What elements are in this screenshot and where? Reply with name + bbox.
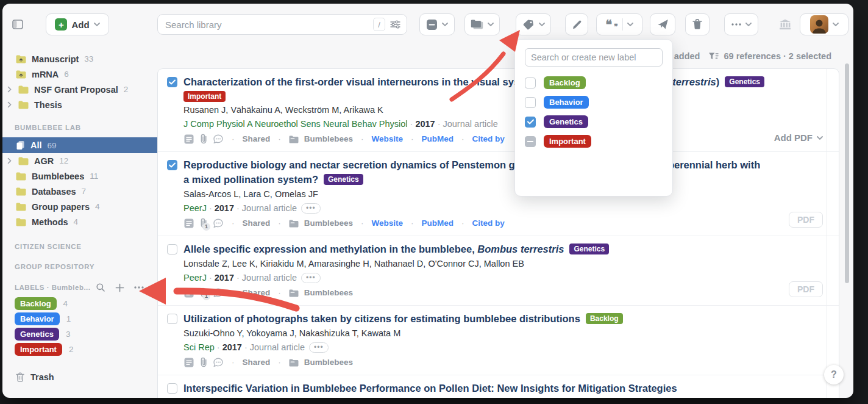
section-header-group-repository[interactable]: GROUP REPOSITORY [2,262,157,271]
label-badge[interactable]: Important [183,91,226,102]
label-chip[interactable]: Backlog [544,76,586,89]
paperclip-icon[interactable]: 1 [200,287,207,298]
popup-label-checkbox[interactable] [525,78,536,88]
sidebar-scrollbar[interactable] [845,63,849,283]
search-options-icon[interactable] [390,20,400,29]
chevron-right-icon[interactable] [5,101,13,108]
reference-title[interactable]: Utilization of photographs taken by citi… [183,311,766,326]
chevron-down-icon [94,23,100,26]
link-cited-by[interactable]: Cited by [472,217,505,230]
link-pubmed[interactable]: PubMed [422,132,454,146]
paperclip-icon[interactable] [200,357,207,368]
paperclip-icon[interactable] [200,134,207,145]
help-button[interactable]: ? [824,365,844,384]
reference-title[interactable]: Interspecific Variation in Bumblebee Per… [183,381,766,395]
section-header-lab: BUMBLEBEE LAB [2,123,157,132]
reference-title[interactable]: Characterization of the first-order visu… [183,74,766,89]
label-chip[interactable]: Genetics [15,328,59,341]
search-labels-icon[interactable] [91,283,110,292]
folder-name[interactable]: Bumblebees [304,217,353,230]
label-chip[interactable]: Genetics [544,115,588,128]
sidebar-item-nsf-grant-proposal[interactable]: NSF Grant Proposal2 [2,82,157,97]
label-chip[interactable]: Behavior [544,96,589,109]
label-chip[interactable]: Backlog [15,297,57,310]
journal-name[interactable]: J Comp Physiol A Neuroethol Sens Neural … [183,119,408,129]
delete-button[interactable] [685,13,710,35]
label-chip[interactable]: Behavior [15,312,60,325]
link-website[interactable]: Website [372,132,404,146]
label-chip[interactable]: Important [544,135,591,148]
pdf-button[interactable]: PDF [789,281,823,297]
sidebar-item-label: Manuscript [32,54,79,64]
sidebar-item-mrna[interactable]: mRNA6 [2,67,157,82]
section-header-citizen-science[interactable]: CITIZEN SCIENCE [2,242,157,251]
share-button[interactable] [650,13,675,35]
folder-name[interactable]: Bumblebees [304,286,353,300]
sidebar-item-agr[interactable]: AGR12 [2,153,157,168]
label-badge[interactable]: Backlog [586,313,623,324]
folder-name[interactable]: Bumblebees [304,132,353,146]
assign-label-button[interactable] [516,13,551,35]
cite-button[interactable]: ❝ ❞ [596,13,642,35]
folder-name[interactable]: Bumblebees [304,356,353,369]
sidebar-item-bumblebees[interactable]: Bumblebees11 [2,168,157,184]
reference-checkbox[interactable] [167,160,177,170]
move-to-folder-button[interactable] [464,13,500,35]
reference-authors: Lonsdale Z, Lee K, Kiriakidu M, Amarasin… [183,257,766,271]
label-count: 3 [66,330,71,339]
journal-name[interactable]: PeerJ [183,273,207,283]
reference-meta: 1·Shared·Bumblebees·Website·PubMed·Cited… [183,217,766,230]
reference-title[interactable]: Allele specific expression and methylati… [183,242,766,256]
search-input[interactable] [164,19,368,31]
reference-title[interactable]: Reproductive biology and nectar secretio… [183,157,766,187]
sidebar-item-methods[interactable]: Methods4 [2,214,157,229]
add-button[interactable]: + Add [46,13,109,35]
more-actions-button[interactable] [724,13,758,35]
label-badge[interactable]: Genetics [569,243,609,254]
more-options-button[interactable]: ••• [309,342,329,353]
link-cited-by[interactable]: Cited by [472,132,505,146]
label-chip[interactable]: Important [15,343,62,356]
label-popup: BacklogBehaviorGeneticsImportant [514,39,673,197]
popup-label-checkbox[interactable] [525,97,536,108]
chevron-right-icon[interactable] [5,157,13,164]
journal-name[interactable]: PeerJ [183,203,207,213]
paperclip-icon[interactable]: 1 [200,218,207,229]
reference-checkbox[interactable] [167,77,177,87]
labels-more-icon[interactable] [129,286,149,289]
sidebar-labels: Backlog4Behavior1Genetics3Important2 [2,297,157,356]
sidebar-item-label: NSF Grant Proposal [34,85,118,95]
popup-label-checkbox[interactable] [525,136,536,147]
link-website[interactable]: Website [372,217,404,230]
sidebar-item-group-papers[interactable]: Group papers4 [2,199,157,214]
select-references-button[interactable] [419,13,455,35]
sidebar-item-thesis[interactable]: Thesis [2,97,157,112]
reference-checkbox[interactable] [167,314,177,324]
more-options-button[interactable]: ••• [301,273,321,283]
sidebar-item-all[interactable]: All69 [2,137,157,153]
sidebar-item-manuscript[interactable]: Manuscript33 [2,51,157,67]
folder-icon [16,218,26,226]
reference-checkbox[interactable] [167,383,177,394]
account-menu-button[interactable] [800,13,848,35]
chevron-right-icon[interactable] [5,86,13,93]
pdf-button[interactable]: PDF [789,212,823,228]
popup-label-checkbox[interactable] [525,117,536,128]
link-pubmed[interactable]: PubMed [422,217,454,230]
label-badge[interactable]: Genetics [725,76,764,87]
more-options-button[interactable]: ••• [301,203,321,214]
add-label-icon[interactable] [110,283,129,292]
add-pdf-button[interactable]: Add PDF [774,132,823,143]
chevron-down-icon [488,23,494,26]
institution-icon[interactable] [779,19,791,30]
journal-name[interactable]: Sci Rep [183,342,215,352]
reference-checkbox[interactable] [167,244,177,254]
sidebar-item-count: 4 [95,202,100,211]
edit-reference-button[interactable] [565,13,588,35]
sidebar-toggle-icon[interactable] [12,20,23,29]
label-search-input[interactable] [525,48,663,67]
sidebar-item-databases[interactable]: Databases7 [2,184,157,199]
label-badge[interactable]: Genetics [324,174,363,185]
sidebar-item-trash[interactable]: Trash [2,371,157,383]
filter-icon[interactable] [708,52,719,60]
